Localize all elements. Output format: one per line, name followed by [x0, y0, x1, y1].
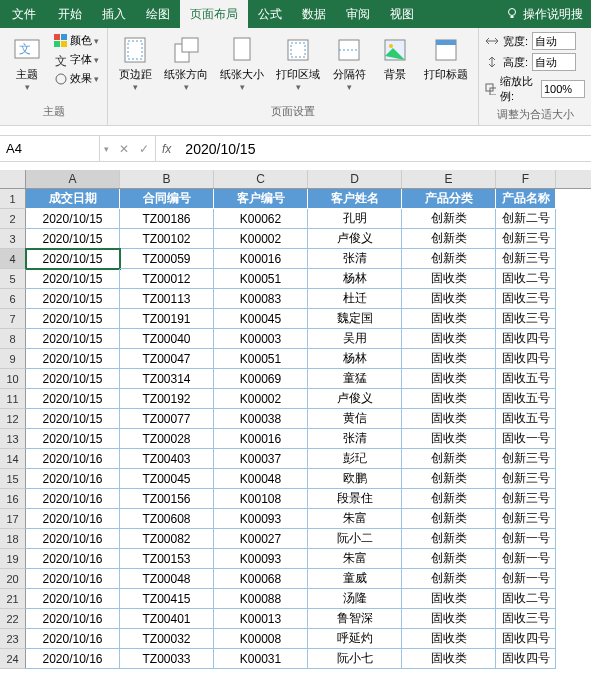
cell[interactable]: 2020/10/16: [26, 489, 120, 509]
cell[interactable]: K00038: [214, 409, 308, 429]
cell[interactable]: 2020/10/16: [26, 549, 120, 569]
row-header[interactable]: 15: [0, 469, 26, 489]
cell[interactable]: K00027: [214, 529, 308, 549]
cell[interactable]: K00008: [214, 629, 308, 649]
cell[interactable]: 呼延灼: [308, 629, 402, 649]
row-header[interactable]: 11: [0, 389, 26, 409]
cell[interactable]: 创新一号: [496, 529, 556, 549]
cell[interactable]: K00093: [214, 549, 308, 569]
cell[interactable]: 2020/10/15: [26, 249, 120, 269]
cell[interactable]: 固收四号: [496, 629, 556, 649]
cell[interactable]: K00093: [214, 509, 308, 529]
cell[interactable]: TZ00401: [120, 609, 214, 629]
cell[interactable]: TZ00045: [120, 469, 214, 489]
col-header-F[interactable]: F: [496, 170, 556, 188]
enter-icon[interactable]: ✓: [139, 142, 149, 156]
cell[interactable]: K00016: [214, 249, 308, 269]
fonts-button[interactable]: 文 字体▾: [52, 51, 101, 68]
orientation-button[interactable]: 纸张方向▾: [160, 32, 212, 94]
cell[interactable]: K00051: [214, 269, 308, 289]
cell[interactable]: TZ00028: [120, 429, 214, 449]
cell[interactable]: 朱富: [308, 549, 402, 569]
row-header[interactable]: 9: [0, 349, 26, 369]
row-header[interactable]: 23: [0, 629, 26, 649]
cell[interactable]: TZ00153: [120, 549, 214, 569]
height-input[interactable]: [532, 53, 576, 71]
cell[interactable]: 杜迁: [308, 289, 402, 309]
cell[interactable]: TZ00059: [120, 249, 214, 269]
col-header-E[interactable]: E: [402, 170, 496, 188]
cell[interactable]: 2020/10/15: [26, 209, 120, 229]
cell[interactable]: 汤隆: [308, 589, 402, 609]
cell[interactable]: 固收一号: [496, 429, 556, 449]
cell[interactable]: 固收类: [402, 369, 496, 389]
cell[interactable]: 吴用: [308, 329, 402, 349]
name-box-dropdown[interactable]: ▾: [100, 144, 113, 154]
effects-button[interactable]: 效果▾: [52, 70, 101, 87]
cell[interactable]: K00062: [214, 209, 308, 229]
cell[interactable]: TZ00012: [120, 269, 214, 289]
cell[interactable]: 创新类: [402, 229, 496, 249]
cell[interactable]: K00002: [214, 229, 308, 249]
size-button[interactable]: 纸张大小▾: [216, 32, 268, 94]
cell[interactable]: 创新类: [402, 549, 496, 569]
cell[interactable]: 客户姓名: [308, 189, 402, 209]
row-header[interactable]: 12: [0, 409, 26, 429]
cell[interactable]: 固收四号: [496, 649, 556, 669]
colors-button[interactable]: 颜色▾: [52, 32, 101, 49]
cell[interactable]: TZ00186: [120, 209, 214, 229]
cell[interactable]: TZ00415: [120, 589, 214, 609]
formula-input[interactable]: 2020/10/15: [177, 141, 591, 157]
tab-draw[interactable]: 绘图: [136, 0, 180, 28]
row-header[interactable]: 24: [0, 649, 26, 669]
tab-page-layout[interactable]: 页面布局: [180, 0, 248, 28]
cell[interactable]: 段景住: [308, 489, 402, 509]
cell[interactable]: 卢俊义: [308, 229, 402, 249]
width-input[interactable]: [532, 32, 576, 50]
cell[interactable]: 2020/10/16: [26, 609, 120, 629]
col-header-A[interactable]: A: [26, 170, 120, 188]
cell[interactable]: K00088: [214, 589, 308, 609]
cell[interactable]: 2020/10/16: [26, 469, 120, 489]
tab-home[interactable]: 开始: [48, 0, 92, 28]
cancel-icon[interactable]: ✕: [119, 142, 129, 156]
cell[interactable]: 杨林: [308, 269, 402, 289]
cell[interactable]: 阮小二: [308, 529, 402, 549]
breaks-button[interactable]: 分隔符▾: [328, 32, 370, 94]
cell[interactable]: 创新三号: [496, 229, 556, 249]
cell[interactable]: K00048: [214, 469, 308, 489]
cell[interactable]: 固收类: [402, 349, 496, 369]
col-header-C[interactable]: C: [214, 170, 308, 188]
cell[interactable]: K00068: [214, 569, 308, 589]
row-header[interactable]: 6: [0, 289, 26, 309]
cell[interactable]: TZ00040: [120, 329, 214, 349]
cell[interactable]: TZ00102: [120, 229, 214, 249]
cell[interactable]: K00002: [214, 389, 308, 409]
cell[interactable]: 创新类: [402, 209, 496, 229]
cell[interactable]: 2020/10/16: [26, 589, 120, 609]
scale-input[interactable]: [541, 80, 585, 98]
row-header[interactable]: 10: [0, 369, 26, 389]
cell[interactable]: K00083: [214, 289, 308, 309]
cell[interactable]: 2020/10/16: [26, 649, 120, 669]
cell[interactable]: 固收二号: [496, 589, 556, 609]
row-header[interactable]: 2: [0, 209, 26, 229]
cell[interactable]: TZ00314: [120, 369, 214, 389]
cell[interactable]: 创新三号: [496, 469, 556, 489]
cell[interactable]: K00045: [214, 309, 308, 329]
cell[interactable]: 创新类: [402, 249, 496, 269]
tab-data[interactable]: 数据: [292, 0, 336, 28]
cell[interactable]: TZ00047: [120, 349, 214, 369]
cell[interactable]: K00108: [214, 489, 308, 509]
cell[interactable]: TZ00113: [120, 289, 214, 309]
cell[interactable]: 欧鹏: [308, 469, 402, 489]
cell[interactable]: 2020/10/15: [26, 349, 120, 369]
cell[interactable]: TZ00608: [120, 509, 214, 529]
cell[interactable]: K00031: [214, 649, 308, 669]
cell[interactable]: 固收类: [402, 429, 496, 449]
cell[interactable]: 创新三号: [496, 489, 556, 509]
cell[interactable]: 2020/10/16: [26, 449, 120, 469]
cell[interactable]: 童猛: [308, 369, 402, 389]
cell[interactable]: 2020/10/15: [26, 429, 120, 449]
row-header[interactable]: 22: [0, 609, 26, 629]
